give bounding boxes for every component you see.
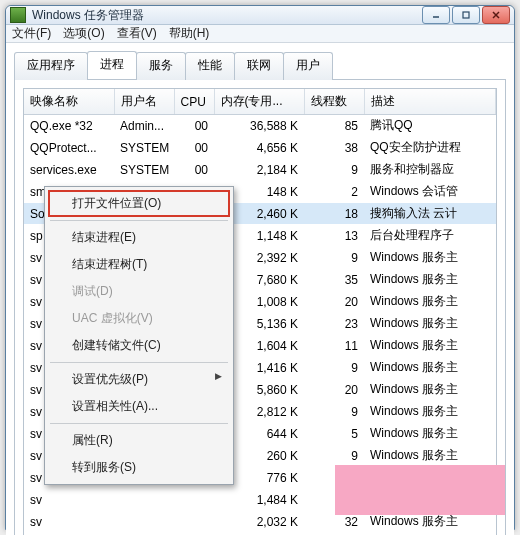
ctx-separator	[50, 220, 228, 221]
cell-user: Admin...	[114, 115, 174, 137]
menu-help[interactable]: 帮助(H)	[169, 25, 210, 42]
cell-thr: 11	[304, 335, 364, 357]
cell-desc: Windows 服务主	[364, 291, 496, 313]
ctx-debug[interactable]: 调试(D)	[48, 278, 230, 305]
task-manager-window: Windows 任务管理器 文件(F) 选项(O) 查看(V) 帮助(H) 应用…	[5, 5, 515, 530]
tab-services[interactable]: 服务	[136, 52, 186, 80]
cell-desc: QQ安全防护进程	[364, 137, 496, 159]
cell-desc: 腾讯QQ	[364, 115, 496, 137]
cell-mem: 1,484 K	[214, 489, 304, 511]
cell-thr: 35	[304, 269, 364, 291]
tab-networking[interactable]: 联网	[234, 52, 284, 80]
tab-users[interactable]: 用户	[283, 52, 333, 80]
menubar: 文件(F) 选项(O) 查看(V) 帮助(H)	[6, 25, 514, 43]
table-row[interactable]: services.exeSYSTEM002,184 K9服务和控制器应	[24, 159, 496, 181]
cell-thr: 5	[304, 423, 364, 445]
cell-thr: 18	[304, 203, 364, 225]
col-user-name[interactable]: 用户名	[114, 89, 174, 115]
ctx-set-priority[interactable]: 设置优先级(P)	[48, 366, 230, 393]
cell-mem: 36,588 K	[214, 115, 304, 137]
ctx-open-file-location[interactable]: 打开文件位置(O)	[48, 190, 230, 217]
svg-rect-1	[463, 12, 469, 18]
cell-img: QQ.exe *32	[24, 115, 114, 137]
window-title: Windows 任务管理器	[32, 7, 422, 24]
col-memory[interactable]: 内存(专用...	[214, 89, 304, 115]
cell-cpu	[174, 511, 214, 533]
ctx-separator	[50, 423, 228, 424]
ctx-set-affinity[interactable]: 设置相关性(A)...	[48, 393, 230, 420]
cell-mem: 4,656 K	[214, 137, 304, 159]
col-threads[interactable]: 线程数	[304, 89, 364, 115]
cell-desc: Windows 服务主	[364, 335, 496, 357]
cell-thr: 9	[304, 247, 364, 269]
ctx-properties[interactable]: 属性(R)	[48, 427, 230, 454]
cell-img: QQProtect...	[24, 137, 114, 159]
menu-view[interactable]: 查看(V)	[117, 25, 157, 42]
cell-thr: 20	[304, 291, 364, 313]
cell-desc: 搜狗输入法 云计	[364, 203, 496, 225]
cell-thr: 9	[304, 159, 364, 181]
col-cpu[interactable]: CPU	[174, 89, 214, 115]
ctx-end-process-tree[interactable]: 结束进程树(T)	[48, 251, 230, 278]
ctx-end-process[interactable]: 结束进程(E)	[48, 224, 230, 251]
cell-desc: Windows 服务主	[364, 247, 496, 269]
cell-thr: 23	[304, 313, 364, 335]
close-button[interactable]	[482, 6, 510, 24]
menu-options[interactable]: 选项(O)	[63, 25, 104, 42]
tab-strip: 应用程序 进程 服务 性能 联网 用户	[14, 51, 506, 80]
cell-user	[114, 511, 174, 533]
cell-desc: 服务和控制器应	[364, 159, 496, 181]
context-menu: 打开文件位置(O) 结束进程(E) 结束进程树(T) 调试(D) UAC 虚拟化…	[44, 186, 234, 485]
cell-thr: 9	[304, 357, 364, 379]
cell-desc: Windows 服务主	[364, 423, 496, 445]
table-row[interactable]: QQProtect...SYSTEM004,656 K38QQ安全防护进程	[24, 137, 496, 159]
cell-img: sv	[24, 489, 114, 511]
cell-thr: 13	[304, 225, 364, 247]
titlebar[interactable]: Windows 任务管理器	[6, 6, 514, 25]
window-buttons	[422, 6, 510, 24]
tab-performance[interactable]: 性能	[185, 52, 235, 80]
cell-cpu	[174, 489, 214, 511]
cell-user	[114, 489, 174, 511]
tab-processes[interactable]: 进程	[87, 51, 137, 79]
col-image-name[interactable]: 映像名称	[24, 89, 114, 115]
cell-thr: 2	[304, 181, 364, 203]
cell-desc: 后台处理程序子	[364, 225, 496, 247]
app-icon	[10, 7, 26, 23]
ctx-separator	[50, 362, 228, 363]
cell-img: sv	[24, 511, 114, 533]
cell-thr: 38	[304, 137, 364, 159]
maximize-button[interactable]	[452, 6, 480, 24]
cell-user: SYSTEM	[114, 159, 174, 181]
overlay-box	[335, 465, 505, 515]
cell-img: services.exe	[24, 159, 114, 181]
cell-cpu: 00	[174, 137, 214, 159]
cell-desc: Windows 服务主	[364, 357, 496, 379]
cell-desc: Windows 服务主	[364, 269, 496, 291]
cell-mem: 2,032 K	[214, 511, 304, 533]
cell-desc: Windows 服务主	[364, 445, 496, 467]
ctx-create-dump[interactable]: 创建转储文件(C)	[48, 332, 230, 359]
cell-cpu: 00	[174, 159, 214, 181]
cell-thr: 85	[304, 115, 364, 137]
tab-applications[interactable]: 应用程序	[14, 52, 88, 80]
ctx-goto-service[interactable]: 转到服务(S)	[48, 454, 230, 481]
cell-desc: Windows 服务主	[364, 401, 496, 423]
cell-thr: 20	[304, 379, 364, 401]
cell-thr: 9	[304, 445, 364, 467]
cell-desc: Windows 服务主	[364, 313, 496, 335]
ctx-uac-virtualization[interactable]: UAC 虚拟化(V)	[48, 305, 230, 332]
cell-user: SYSTEM	[114, 137, 174, 159]
cell-mem: 2,184 K	[214, 159, 304, 181]
col-description[interactable]: 描述	[364, 89, 496, 115]
minimize-button[interactable]	[422, 6, 450, 24]
cell-cpu: 00	[174, 115, 214, 137]
menu-file[interactable]: 文件(F)	[12, 25, 51, 42]
cell-desc: Windows 服务主	[364, 379, 496, 401]
cell-desc: Windows 会话管	[364, 181, 496, 203]
cell-thr: 9	[304, 401, 364, 423]
table-row[interactable]: QQ.exe *32Admin...0036,588 K85腾讯QQ	[24, 115, 496, 137]
